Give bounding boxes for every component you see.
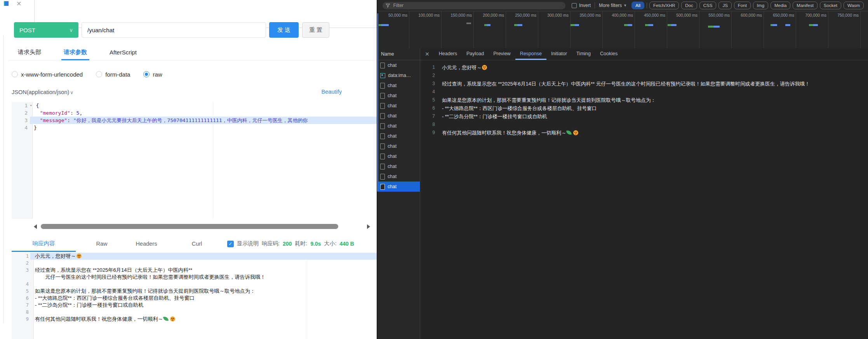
request-name: chat bbox=[388, 63, 397, 68]
body-mode-raw[interactable]: raw bbox=[143, 71, 162, 78]
filter-chip-Socket[interactable]: Socket bbox=[820, 2, 841, 9]
network-row[interactable]: chat bbox=[377, 171, 420, 182]
network-row[interactable]: chat bbox=[377, 182, 420, 192]
network-row[interactable]: chat bbox=[377, 121, 420, 131]
network-row[interactable]: chat bbox=[377, 161, 420, 171]
request-tab-请求头部[interactable]: 请求头部 bbox=[16, 45, 43, 60]
response-tab-响应内容[interactable]: 响应内容 bbox=[12, 236, 76, 252]
filter-chip-All[interactable]: All bbox=[631, 2, 644, 9]
network-row[interactable]: chat bbox=[377, 141, 420, 151]
herb-emoji bbox=[163, 316, 169, 322]
filter-field[interactable] bbox=[383, 2, 565, 9]
details-tab-timing[interactable]: Timing bbox=[572, 48, 595, 60]
smile-emoji bbox=[77, 253, 82, 259]
filter-input[interactable] bbox=[392, 2, 562, 9]
request-tab-AfterScript[interactable]: AfterScript bbox=[107, 45, 139, 60]
line-number: 7 bbox=[420, 112, 442, 121]
filter-chip-CSS[interactable]: CSS bbox=[699, 2, 717, 9]
request-tab-请求参数[interactable]: 请求参数 bbox=[61, 45, 89, 60]
waterfall-wait-segment bbox=[571, 24, 574, 26]
scrollbar-thumb[interactable] bbox=[41, 224, 338, 229]
body-mode-x-www-form-urlencoded[interactable]: x-www-form-urlencoded bbox=[12, 71, 83, 78]
document-icon bbox=[380, 164, 385, 170]
waterfall-bar bbox=[809, 24, 818, 26]
filter-chip-Manifest[interactable]: Manifest bbox=[793, 2, 817, 9]
response-content[interactable]: 1小元元，您好呀～23经过查询，系统显示您在 **2025年6月14日（大后天上… bbox=[420, 60, 868, 137]
details-tab-payload[interactable]: Payload bbox=[462, 48, 489, 60]
request-name: chat bbox=[388, 174, 397, 179]
request-name: chat bbox=[388, 184, 397, 189]
document-icon bbox=[380, 63, 385, 68]
network-row[interactable]: chat bbox=[377, 131, 420, 141]
reset-button[interactable]: 重 置 bbox=[302, 22, 329, 38]
response-tabs: 响应内容RawHeadersCurl bbox=[12, 236, 216, 252]
details-tab-response[interactable]: Response bbox=[515, 48, 546, 60]
body-mode-form-data[interactable]: form-data bbox=[96, 71, 130, 78]
funnel-icon bbox=[386, 3, 390, 8]
details-tab-initiator[interactable]: Initiator bbox=[546, 48, 572, 60]
method-select[interactable]: POST ∨ bbox=[14, 22, 78, 38]
waterfall-wait-segment bbox=[484, 24, 487, 26]
waterfall-overview[interactable]: 50,000 ms100,000 ms150,000 ms200,000 ms2… bbox=[377, 11, 868, 49]
timeline-tick: 700,000 ms bbox=[796, 11, 828, 48]
response-tab-Headers[interactable]: Headers bbox=[123, 236, 170, 252]
response-tab-Curl[interactable]: Curl bbox=[177, 236, 216, 252]
show-note-checkbox[interactable]: ✓ bbox=[227, 241, 234, 247]
filter-chip-Img[interactable]: Img bbox=[753, 2, 768, 9]
network-row[interactable]: chat bbox=[377, 80, 420, 91]
status-code-label: 响应码: bbox=[262, 240, 280, 247]
scroll-right-icon[interactable] bbox=[367, 224, 370, 229]
tab-close-icon[interactable]: ✕ bbox=[16, 0, 21, 7]
close-icon[interactable]: ✕ bbox=[420, 51, 434, 57]
send-button[interactable]: 发 送 bbox=[269, 22, 299, 38]
line-number: 7 bbox=[12, 302, 30, 309]
name-column-header[interactable]: Name bbox=[377, 48, 420, 60]
filter-chip-Fetch/XHR[interactable]: Fetch/XHR bbox=[649, 2, 679, 9]
request-body-line: 3 "message": "你好，我是小元元要挂大后天上午的号，75070411… bbox=[12, 117, 377, 124]
network-row[interactable]: chat bbox=[377, 101, 420, 111]
network-row[interactable]: chat bbox=[377, 91, 420, 101]
scroll-left-icon[interactable] bbox=[34, 224, 37, 229]
filter-chip-Media[interactable]: Media bbox=[771, 2, 790, 9]
response-line: 8 bbox=[12, 309, 377, 316]
content-type-select[interactable]: JSON(application/json)∨ bbox=[12, 89, 73, 95]
network-row[interactable]: chat bbox=[377, 60, 420, 70]
request-body-editor[interactable]: 1▾{2 "memoryId": 5,3 "message": "你好，我是小元… bbox=[12, 102, 377, 219]
more-filters-button[interactable]: More filters ▼ bbox=[599, 3, 627, 8]
request-name: data:ima… bbox=[388, 73, 411, 78]
radio-icon bbox=[12, 71, 18, 77]
document-icon bbox=[380, 83, 385, 89]
filter-chip-JS[interactable]: JS bbox=[718, 2, 731, 9]
line-number: 2 bbox=[12, 109, 29, 117]
response-body-viewer[interactable]: 1小元元，您好呀～23经过查询，系统显示您在 **2025年6月14日（大后天上… bbox=[12, 253, 377, 339]
devtools-response-line: 9有任何其他问题随时联系我！祝您身体健康，一切顺利～ bbox=[420, 129, 868, 137]
details-tab-headers[interactable]: Headers bbox=[434, 48, 462, 60]
network-row[interactable]: data:ima… bbox=[377, 70, 420, 80]
url-input[interactable] bbox=[82, 22, 266, 38]
waterfall-bar bbox=[379, 24, 389, 26]
checkbox-icon bbox=[572, 3, 577, 8]
devtools-response-line: 2 bbox=[420, 72, 868, 80]
horizontal-scrollbar[interactable] bbox=[33, 222, 371, 231]
response-line: 2 bbox=[12, 260, 377, 267]
response-line: 5如果这是您原本的计划，那就不需要重复预约啦！记得就诊当天提前到医院取号哦～取号… bbox=[12, 288, 377, 295]
filter-chip-Font[interactable]: Font bbox=[734, 2, 751, 9]
details-tab-cookies[interactable]: Cookies bbox=[595, 48, 622, 60]
beautify-link[interactable]: Beautify bbox=[322, 89, 342, 95]
response-line: 9有任何其他问题随时联系我！祝您身体健康，一切顺利～ bbox=[12, 316, 377, 323]
response-tab-Raw[interactable]: Raw bbox=[84, 236, 119, 252]
response-text: - **大德路总院**：西区门诊一楼综合服务台或各楼层自助机、挂号窗口 bbox=[442, 104, 597, 112]
details-tab-preview[interactable]: Preview bbox=[489, 48, 515, 60]
left-rail-divider bbox=[3, 35, 3, 323]
network-row[interactable]: chat bbox=[377, 111, 420, 121]
response-line: 1小元元，您好呀～ bbox=[12, 253, 377, 260]
timeline-tick: 450,000 ms bbox=[635, 11, 667, 48]
timeline-tick: 600,000 ms bbox=[732, 11, 764, 48]
body-mode-radios: x-www-form-urlencodedform-dataraw bbox=[12, 69, 162, 79]
network-row[interactable]: chat bbox=[377, 151, 420, 161]
waterfall-download-segment bbox=[648, 24, 653, 26]
filter-chip-Wasm[interactable]: Wasm bbox=[844, 2, 864, 9]
filter-chip-Doc[interactable]: Doc bbox=[681, 2, 697, 9]
invert-checkbox[interactable]: Invert bbox=[572, 3, 591, 8]
timeline-tick: 250,000 ms bbox=[506, 11, 538, 48]
